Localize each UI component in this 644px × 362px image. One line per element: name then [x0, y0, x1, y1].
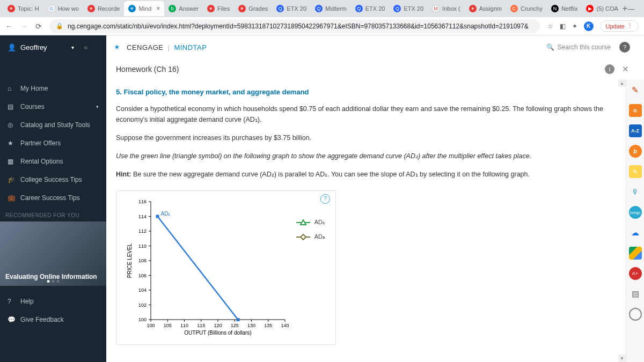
tab-label: ETX 20	[365, 5, 385, 12]
glossary-icon[interactable]: A-Z	[629, 124, 642, 137]
window-controls: — □ ✕	[627, 5, 644, 13]
sidebar-foot-item[interactable]: 💬Give Feedback	[0, 311, 106, 329]
tab-label: (5) COA	[596, 5, 618, 12]
sidebar-item-label: Courses	[20, 103, 45, 110]
bongo-icon[interactable]: bongo	[629, 206, 642, 219]
question-instruction: Use the green line (triangle symbol) on …	[116, 151, 609, 161]
browser-tab[interactable]: MInbox (	[428, 1, 465, 16]
browser-tab[interactable]: QETX 20	[389, 1, 428, 16]
scroll-up-button[interactable]: ▲	[618, 79, 626, 87]
favicon: ✶	[128, 5, 136, 12]
forward-button[interactable]: →	[20, 22, 28, 31]
browser-tabstrip: ✶Topic: HGHow wo✶Recorde✶Mind×bAnswer✶Fi…	[0, 0, 644, 17]
sidebar-item-label: Partner Offers	[20, 139, 61, 147]
sidebar-item-icon: 🎓	[8, 176, 15, 183]
update-button[interactable]: Update⋮	[600, 20, 639, 32]
sidebar-item[interactable]: 🎓College Success Tips	[0, 171, 106, 189]
sidebar-item-label: Rental Options	[20, 158, 63, 165]
browser-tab[interactable]: CCrunchy	[506, 1, 547, 16]
minimize-button[interactable]: —	[627, 5, 634, 13]
browser-tab[interactable]: QETX 20	[272, 1, 311, 16]
notes-icon[interactable]: ✎	[629, 165, 642, 178]
recommended-card[interactable]: Evaluating Online Information	[0, 221, 106, 286]
tab-label: Assignm	[479, 5, 502, 12]
sidebar-item[interactable]: ▦Rental Options	[0, 152, 106, 171]
chart[interactable]: ? 10010210410610811011211411610010511011…	[116, 190, 336, 345]
sidebar-item-icon: 💬	[8, 316, 15, 323]
favicon: ✶	[469, 5, 477, 12]
recommended-header: RECOMMENDED FOR YOU	[0, 207, 106, 221]
question-paragraph: Consider a hypothetical economy in which…	[116, 104, 609, 125]
chart-help-icon[interactable]: ?	[320, 194, 330, 204]
legend-item[interactable]: AD₃	[295, 232, 325, 242]
cloud-icon[interactable]: ☁	[629, 226, 642, 239]
svg-text:120: 120	[214, 323, 222, 328]
right-toolbar: ✎ ≋ A-Z b ✎ 🎙 bongo ☁ A+ ▤	[626, 79, 644, 362]
browser-tab[interactable]: ✶Grades	[234, 1, 272, 16]
readspeaker-icon[interactable]: 🎙	[629, 186, 642, 198]
sidebar-item-icon: ⌂	[8, 85, 15, 92]
cengage-logo-icon: ✶	[114, 43, 122, 51]
svg-text:114: 114	[138, 213, 147, 219]
svg-text:100: 100	[147, 323, 155, 328]
question-paragraph: Suppose the government increases its pur…	[116, 132, 609, 143]
citation-icon[interactable]: ▤	[629, 287, 642, 300]
sidebar-item[interactable]: 💼Career Success Tips	[0, 189, 106, 207]
new-tab-button[interactable]: +	[623, 4, 627, 13]
flashcards-icon[interactable]: b	[629, 145, 642, 158]
tab-label: ETX 20	[404, 5, 423, 12]
svg-text:AD₁: AD₁	[161, 210, 171, 216]
extension-icon[interactable]: ◧	[560, 23, 566, 30]
url-input[interactable]: 🔒 ng.cengage.com/static/nb/ui/evo/index.…	[49, 19, 540, 33]
recommended-title: Evaluating Online Information	[5, 273, 97, 280]
aplus-icon[interactable]: A+	[629, 267, 642, 280]
browser-tab[interactable]: bAnswer	[164, 1, 203, 16]
sidebar-item-label: Catalog and Study Tools	[20, 121, 90, 129]
reload-button[interactable]: ⟳	[35, 22, 42, 31]
tab-label: ETX 20	[287, 5, 306, 12]
sidebar-item[interactable]: ⌂My Home	[0, 79, 106, 98]
scrollbar[interactable]: ▲ ▼	[618, 79, 626, 362]
browser-tab[interactable]: QETX 20	[351, 1, 390, 16]
sidebar-item-icon: ◎	[8, 121, 15, 129]
browser-tab[interactable]: ✶Topic: H	[3, 1, 43, 16]
browser-tab[interactable]: NNetflix	[547, 1, 582, 16]
lock-icon: 🔒	[56, 23, 63, 29]
user-menu[interactable]: 👤 Geoffrey ▾ «	[0, 35, 106, 59]
url-text: ng.cengage.com/static/nb/ui/evo/index.ht…	[68, 23, 529, 30]
highlighter-icon[interactable]: ✎	[629, 84, 642, 97]
drive-icon[interactable]	[629, 247, 642, 260]
browser-tab[interactable]: ✶Mind×	[124, 1, 164, 16]
carousel-dots[interactable]	[47, 280, 60, 283]
sidebar-foot-item[interactable]: ?Help	[0, 292, 106, 311]
collapse-sidebar-button[interactable]: «	[84, 43, 99, 51]
rss-icon[interactable]: ≋	[629, 104, 642, 117]
favicon: ✶	[238, 5, 246, 12]
legend-item[interactable]: AD₂	[295, 218, 325, 227]
favicon: Q	[315, 5, 323, 12]
close-assignment-button[interactable]: ✕	[622, 64, 629, 74]
question-hint: Hint: Be sure the new aggregate demand c…	[116, 169, 609, 180]
sidebar-item[interactable]: ★Partner Offers	[0, 134, 106, 152]
browser-tab[interactable]: ▶(5) COA	[582, 1, 622, 16]
sidebar-item[interactable]: ▤Courses▾	[0, 98, 106, 116]
course-search[interactable]: 🔍 Search this course	[546, 43, 611, 51]
back-button[interactable]: ←	[5, 22, 13, 31]
progress-icon[interactable]	[629, 308, 642, 321]
bookmark-icon[interactable]: ☆	[547, 23, 553, 30]
info-icon[interactable]: i	[605, 64, 614, 74]
browser-tab[interactable]: QMidterm	[311, 1, 351, 16]
profile-badge[interactable]: K	[584, 21, 594, 31]
help-button[interactable]: ?	[619, 42, 630, 53]
browser-tab[interactable]: GHow wo	[43, 1, 83, 16]
tab-close-icon[interactable]: ×	[156, 5, 160, 12]
assignment-title: Homework (Ch 16)	[106, 65, 179, 73]
sidebar-item[interactable]: ◎Catalog and Study Tools	[0, 116, 106, 134]
browser-tab[interactable]: ✶Recorde	[83, 1, 125, 16]
svg-rect-41	[237, 318, 240, 321]
sidebar-item-icon: ?	[8, 298, 15, 305]
browser-tab[interactable]: ✶Files	[203, 1, 234, 16]
browser-tab[interactable]: ✶Assignm	[465, 1, 506, 16]
puzzle-icon[interactable]: ✦	[572, 23, 577, 30]
scroll-down-button[interactable]: ▼	[618, 354, 626, 362]
